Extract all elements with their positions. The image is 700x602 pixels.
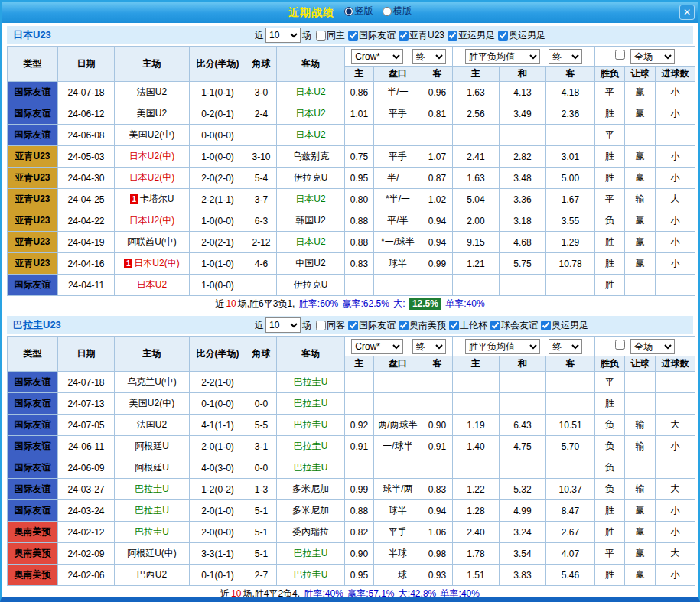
layout-vertical-option[interactable]: 竖版 xyxy=(344,5,373,18)
league-checkbox-input[interactable] xyxy=(490,321,500,330)
home-odds: 0.86 xyxy=(345,82,374,103)
away-team: 巴拉圭U xyxy=(277,372,345,393)
close-button[interactable]: ✕ xyxy=(679,5,695,20)
avg-away-odds: 2.36 xyxy=(546,103,595,125)
league-checkbox[interactable]: 亚运男足 xyxy=(448,29,495,42)
result-cell: 平 xyxy=(595,189,625,210)
away-team-label: 多米尼加 xyxy=(292,483,329,494)
avg-time-select[interactable]: 终 xyxy=(549,49,582,64)
handicap-result-cell: 赢 xyxy=(625,146,656,168)
avg-away-odds xyxy=(546,372,595,393)
scope-select[interactable]: 全场 xyxy=(630,339,675,354)
home-team-label: 乌克兰U(中) xyxy=(127,376,177,387)
league-checkbox[interactable]: 亚青U23 xyxy=(399,29,444,42)
home-team-label: 法国U2 xyxy=(137,86,167,97)
away-team-label: 日本U2 xyxy=(295,236,325,247)
avg-type-select[interactable]: 胜平负均值 xyxy=(465,49,540,64)
col-away: 客场 xyxy=(277,47,345,82)
avg-home-odds xyxy=(453,125,500,146)
same-venue-checkbox[interactable]: 同主 xyxy=(316,29,345,42)
home-team-label: 阿根廷U xyxy=(135,462,169,473)
home-odds: 0.83 xyxy=(345,253,374,275)
odds-time-select[interactable]: 终 xyxy=(412,339,446,354)
league-checkbox[interactable]: 国际友谊 xyxy=(348,29,396,42)
layout-horizontal-option[interactable]: 横版 xyxy=(383,5,412,18)
away-odds xyxy=(422,457,453,479)
odds-company-select[interactable]: Crow* xyxy=(351,339,403,354)
league-checkbox[interactable]: 奥南美预 xyxy=(399,319,446,332)
section-header: 日本U23 近10场同主国际友谊亚青U23亚运男足奥运男足 xyxy=(7,26,693,44)
scope-checkbox[interactable] xyxy=(615,340,625,350)
avg-home-odds: 1.19 xyxy=(453,415,500,436)
avg-draw-odds: 3.24 xyxy=(500,522,546,543)
col-type: 类型 xyxy=(8,337,58,372)
avg-draw-odds: 3.83 xyxy=(500,565,546,586)
away-team-label: 伊拉克U xyxy=(294,279,328,290)
col-date: 日期 xyxy=(58,47,115,82)
title-group: 近期战绩 竖版 横版 xyxy=(288,5,412,20)
avg-away-odds: 3.01 xyxy=(546,146,595,168)
col-date: 日期 xyxy=(58,337,115,372)
home-team: 日本U2(中) xyxy=(115,168,190,189)
avg-home-odds: 1.63 xyxy=(453,82,500,103)
away-odds xyxy=(422,393,453,415)
match-score: 4-1(1-1) xyxy=(190,415,246,436)
home-team-label: 卡塔尔U xyxy=(140,194,174,204)
recent-count-select[interactable]: 10 xyxy=(265,317,301,333)
layout-horizontal-radio[interactable] xyxy=(383,7,392,16)
odds-time-select[interactable]: 终 xyxy=(412,49,446,64)
col-home-odds: 主 xyxy=(345,356,374,372)
league-checkbox-input[interactable] xyxy=(348,321,358,330)
league-checkbox-input[interactable] xyxy=(449,321,459,330)
away-team: 多米尼加 xyxy=(277,479,345,500)
same-venue-checkbox-input[interactable] xyxy=(316,31,326,41)
league-checkbox-input[interactable] xyxy=(399,31,409,41)
match-row: 奥南美预24-02-06巴西U20-1(0-1)2-7巴拉圭U0.95一球0.9… xyxy=(8,565,695,586)
avg-away-odds: 1.67 xyxy=(546,189,595,210)
home-team: 阿根廷U(中) xyxy=(115,543,190,565)
same-venue-checkbox[interactable]: 同客 xyxy=(316,319,345,332)
layout-vertical-radio[interactable] xyxy=(344,7,353,16)
home-team-label: 阿根廷U(中) xyxy=(127,548,177,558)
league-checkbox[interactable]: 奥运男足 xyxy=(541,319,588,332)
home-team-label: 日本U2(中) xyxy=(134,258,179,268)
summary-text: 10 xyxy=(226,298,236,309)
league-checkbox-text: 球会友谊 xyxy=(501,319,538,332)
match-score: 4-0(3-0) xyxy=(190,457,246,479)
home-odds: 0.90 xyxy=(345,543,374,565)
match-score: 2-0(1-0) xyxy=(190,436,246,457)
league-checkbox-input[interactable] xyxy=(348,31,358,41)
avg-home-odds: 2.41 xyxy=(453,146,500,168)
avg-draw-odds xyxy=(500,125,546,146)
corner-score: 3-10 xyxy=(246,146,277,168)
summary-text: 胜率:40% xyxy=(304,588,343,599)
scope-checkbox[interactable] xyxy=(615,50,625,60)
scope-select[interactable]: 全场 xyxy=(630,49,675,64)
avg-type-select[interactable]: 胜平负均值 xyxy=(465,339,540,354)
match-type-badge: 国际友谊 xyxy=(8,82,58,103)
away-team: 伊拉克U xyxy=(277,168,345,189)
league-checkbox[interactable]: 奥运男足 xyxy=(498,29,545,42)
league-checkbox-input[interactable] xyxy=(541,321,551,330)
league-checkbox-input[interactable] xyxy=(498,31,508,41)
league-checkbox-input[interactable] xyxy=(399,321,409,330)
odds-company-select[interactable]: Crow* xyxy=(351,49,403,64)
avg-time-select[interactable]: 终 xyxy=(549,339,582,354)
match-score: 1-0(1-0) xyxy=(190,253,246,275)
layout-vertical-label: 竖版 xyxy=(355,5,373,18)
home-team-label: 日本U2(中) xyxy=(129,215,174,226)
league-checkbox[interactable]: 球会友谊 xyxy=(490,319,538,332)
away-odds: 1.07 xyxy=(422,146,453,168)
home-odds xyxy=(345,393,374,415)
avg-away-odds: 10.78 xyxy=(546,253,595,275)
same-venue-checkbox-input[interactable] xyxy=(316,321,326,330)
league-checkbox[interactable]: 土伦杯 xyxy=(449,319,487,332)
corner-score xyxy=(246,125,277,146)
league-checkbox[interactable]: 国际友谊 xyxy=(348,319,396,332)
titlebar: 近期战绩 竖版 横版 ✕ xyxy=(2,2,698,23)
goals-result-cell: 小 xyxy=(656,232,695,253)
away-team-label: 伊拉克U xyxy=(294,172,328,183)
league-checkbox-input[interactable] xyxy=(448,31,457,41)
goals-result-cell: 大 xyxy=(656,543,695,565)
recent-count-select[interactable]: 10 xyxy=(265,28,301,43)
